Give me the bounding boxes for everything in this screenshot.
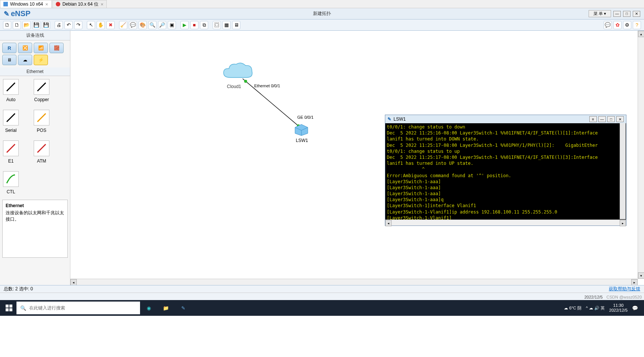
stop-button[interactable]: ■ xyxy=(190,21,198,29)
terminal-minimize-button[interactable]: — xyxy=(598,116,606,122)
topology-canvas[interactable]: Cloud1 Ethernet 0/0/1 GE 0/0/1 LSW1 ✎ LS… xyxy=(70,31,644,285)
router-category[interactable]: R xyxy=(2,43,16,53)
wlan-category[interactable]: 📶 xyxy=(34,43,48,53)
terminal-window[interactable]: ✎ LSW1 ≡ — □ ✕ t0/0/1: change status to … xyxy=(385,115,626,226)
terminal-output[interactable]: t0/0/1: change status to down Dec 5 2022… xyxy=(385,123,626,220)
cable-ctl[interactable]: CTL xyxy=(3,171,19,194)
capture-button[interactable]: ⧉ xyxy=(200,21,208,29)
scroll-left-icon[interactable]: ◂ xyxy=(70,279,77,285)
new-button[interactable]: 🗋 xyxy=(13,21,21,29)
help-feedback-link[interactable]: 获取帮助与反馈 xyxy=(609,286,640,292)
switch-category[interactable]: 🔀 xyxy=(18,43,32,53)
tray-icons[interactable]: ^ ☁ 🔊 英 xyxy=(586,305,605,311)
svg-line-5 xyxy=(37,144,46,152)
save-button[interactable]: 💾 xyxy=(32,21,40,29)
pc-category[interactable]: 🖥 xyxy=(2,55,16,65)
svg-line-2 xyxy=(7,114,15,122)
terminal-close-button[interactable]: ✕ xyxy=(616,116,624,122)
close-button[interactable]: ✕ xyxy=(633,11,640,17)
redo-button[interactable]: ↷ xyxy=(74,21,82,29)
scroll-right-icon[interactable]: ▸ xyxy=(620,220,626,226)
huawei-button[interactable]: ✿ xyxy=(613,21,622,29)
open-button[interactable]: 📂 xyxy=(22,21,31,29)
vm-tab-debian[interactable]: Debian 10.x 64 位 × xyxy=(52,0,107,8)
text-button[interactable]: 💬 xyxy=(129,21,137,29)
main: 设备连线 R 🔀 📶 🧱 🖥 ☁ ⚡ Ethernet Auto Copper … xyxy=(0,31,644,285)
switch-node[interactable] xyxy=(294,124,309,136)
broom-button[interactable]: 🧹 xyxy=(119,21,127,29)
terminal-vscrollbar[interactable] xyxy=(620,123,626,219)
zoom-in-button[interactable]: 🔍 xyxy=(148,21,157,29)
select-button[interactable]: ↖ xyxy=(87,21,95,29)
undo-button[interactable]: ↶ xyxy=(64,21,73,29)
grid-button[interactable]: ▦ xyxy=(222,21,231,29)
zoom-out-button[interactable]: 🔎 xyxy=(158,21,166,29)
canvas-vscrollbar[interactable]: ▴ ▾ xyxy=(638,31,644,279)
cable-copper[interactable]: Copper xyxy=(34,79,49,102)
cloud-category[interactable]: ☁ xyxy=(18,55,32,65)
app-titlebar: ✎ eNSP 新建拓扑 菜 单 ▾ — □ ✕ xyxy=(0,8,644,19)
svg-rect-10 xyxy=(9,305,12,308)
delete-button[interactable]: ✖ xyxy=(106,21,115,29)
palette-button[interactable]: 🎨 xyxy=(139,21,147,29)
close-icon[interactable]: × xyxy=(45,2,48,7)
save-as-button[interactable]: 💾 xyxy=(42,21,50,29)
cloud-node[interactable] xyxy=(222,61,253,82)
settings-button[interactable]: ⚙ xyxy=(623,21,631,29)
status-bar: 总数: 2 选中: 0 获取帮助与反馈 xyxy=(0,285,644,293)
close-icon[interactable]: × xyxy=(101,2,104,7)
cable-e1[interactable]: E1 xyxy=(3,140,19,164)
terminal-titlebar[interactable]: ✎ LSW1 ≡ — □ ✕ xyxy=(385,115,626,123)
taskbar-search[interactable]: 🔍 在此键入进行搜索 xyxy=(16,302,140,314)
start-button[interactable]: ▶ xyxy=(180,21,189,29)
cable-pos[interactable]: POS xyxy=(34,110,49,133)
toolbar: 🗋 🗋 📂 💾 💾 🖨 ↶ ↷ ↖ ✋ ✖ 🧹 💬 🎨 🔍 🔎 ▣ ▶ ■ ⧉ … xyxy=(0,19,644,31)
search-icon: 🔍 xyxy=(20,306,26,311)
taskbar-clock[interactable]: 11:30 2022/12/5 xyxy=(609,303,628,313)
taskbar-explorer[interactable]: 📁 xyxy=(157,300,174,315)
status-left: 总数: 2 选中: 0 xyxy=(4,286,33,292)
fit-button[interactable]: ▣ xyxy=(168,21,176,29)
layout-button[interactable]: ⿴ xyxy=(213,21,221,29)
scroll-down-icon[interactable]: ▾ xyxy=(638,272,644,279)
taskbar-edge[interactable]: ◉ xyxy=(140,300,157,315)
start-button[interactable] xyxy=(1,301,16,315)
weather-widget[interactable]: ☁ 6°C 阴 xyxy=(564,305,581,311)
terminal-maximize-button[interactable]: □ xyxy=(607,116,615,122)
new-topology-button[interactable]: 🗋 xyxy=(3,21,11,29)
cable-auto[interactable]: Auto xyxy=(3,79,19,102)
connection-category[interactable]: ⚡ xyxy=(34,55,48,65)
sidebar-info: Ethernet 连接设备的以太网和千兆以太接口。 xyxy=(2,200,68,258)
print-button[interactable]: 🖨 xyxy=(55,21,63,29)
display-button[interactable]: 🖥 xyxy=(232,21,240,29)
switch-label: LSW1 xyxy=(296,138,308,143)
help-button[interactable]: ? xyxy=(633,21,641,29)
cable-serial[interactable]: Serial xyxy=(3,110,19,133)
maximize-button[interactable]: □ xyxy=(623,11,631,17)
terminal-hscrollbar[interactable]: ◂ ▸ xyxy=(385,220,626,226)
chat-button[interactable]: 💬 xyxy=(604,21,612,29)
iface-bottom-label: GE 0/0/1 xyxy=(297,115,313,119)
minimize-button[interactable]: — xyxy=(613,11,621,17)
svg-line-1 xyxy=(37,83,46,91)
watermark: CSDN @wssz0520 xyxy=(607,295,642,299)
scroll-up-icon[interactable]: ▴ xyxy=(638,31,644,37)
pan-button[interactable]: ✋ xyxy=(97,21,105,29)
scroll-right-icon[interactable]: ▸ xyxy=(631,279,638,285)
firewall-category[interactable]: 🧱 xyxy=(49,43,64,53)
vm-tab-label: Windows 10 x64 xyxy=(10,1,43,7)
scroll-left-icon[interactable]: ◂ xyxy=(385,220,392,226)
info-title: Ethernet xyxy=(6,203,64,208)
terminal-title: LSW1 xyxy=(394,117,406,122)
windows-icon xyxy=(3,2,8,6)
svg-line-0 xyxy=(7,83,15,91)
document-title: 新建拓扑 xyxy=(313,10,331,17)
system-tray[interactable]: ☁ 6°C 阴 ^ ☁ 🔊 英 11:30 2022/12/5 💬 xyxy=(564,303,643,313)
menu-button[interactable]: 菜 单 ▾ xyxy=(589,10,611,17)
vm-tab-windows[interactable]: Windows 10 x64 × xyxy=(0,0,52,8)
canvas-hscrollbar[interactable]: ◂ ▸ xyxy=(70,279,638,285)
terminal-options-button[interactable]: ≡ xyxy=(589,116,597,122)
cable-atm[interactable]: ATM xyxy=(34,140,49,164)
taskbar-ensp[interactable]: ✎ xyxy=(174,300,192,315)
notifications-icon[interactable]: 💬 xyxy=(632,306,638,311)
